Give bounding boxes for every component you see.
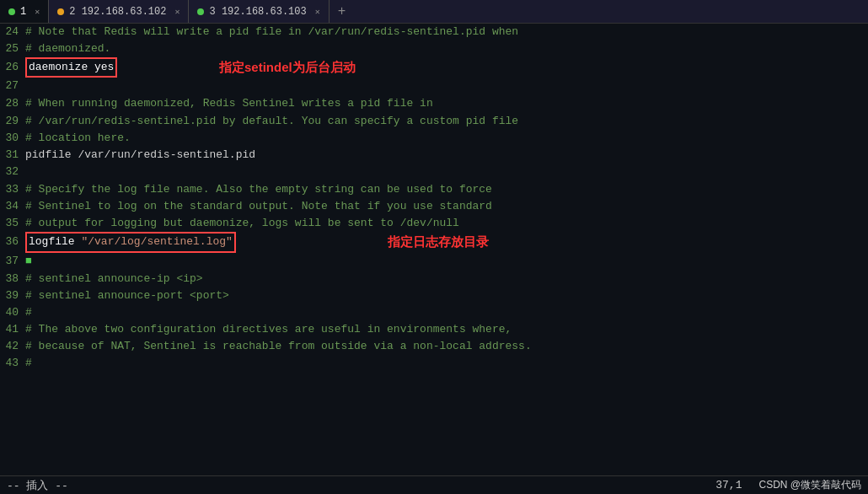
- line-content-28: # When running daemonized, Redis Sentine…: [25, 95, 433, 112]
- line-num-42: 42: [0, 338, 25, 355]
- line-28: 28 # When running daemonized, Redis Sent…: [0, 95, 868, 112]
- line-content-24: # Note that Redis will write a pid file …: [25, 24, 518, 40]
- line-num-40: 40: [0, 304, 25, 321]
- line-34: 34 # Sentinel to log on the standard out…: [0, 198, 868, 215]
- line-content-40: #: [25, 304, 32, 321]
- line-num-35: 35: [0, 215, 25, 232]
- tab-1-label: 1: [20, 6, 26, 18]
- line-27: 27: [0, 78, 868, 95]
- line-num-36: 36: [0, 234, 25, 250]
- line-num-43: 43: [0, 355, 25, 372]
- status-bar: -- 插入 -- 37,1 CSDN @微笑着敲代码: [0, 475, 868, 494]
- tab-2-dot: [57, 8, 64, 15]
- line-30: 30 # location here.: [0, 130, 868, 147]
- line-num-29: 29: [0, 113, 25, 130]
- line-26: 26 daemonize yes 指定setindel为后台启动: [0, 57, 868, 78]
- highlight-logfile: logfile "/var/log/sentinel.log": [25, 232, 236, 252]
- line-24: 24 # Note that Redis will write a pid fi…: [0, 24, 868, 40]
- line-content-34: # Sentinel to log on the standard output…: [25, 198, 492, 215]
- highlight-daemonize: daemonize yes: [25, 57, 117, 78]
- line-num-37: 37: [0, 253, 25, 270]
- line-35: 35 # output for logging but daemonize, l…: [0, 215, 868, 232]
- line-content-27: [25, 78, 32, 94]
- annotation-line36: 指定日志存放目录: [388, 232, 489, 251]
- line-content-26: daemonize yes: [25, 57, 117, 78]
- line-33: 33 # Specify the log file name. Also the…: [0, 181, 868, 198]
- line-num-31: 31: [0, 147, 25, 164]
- tab-3-label: 3 192.168.63.103: [209, 6, 306, 18]
- line-num-34: 34: [0, 198, 25, 215]
- status-brand: CSDN @微笑着敲代码: [758, 478, 861, 492]
- line-41: 41 # The above two configuration directi…: [0, 321, 868, 338]
- line-content-30: # location here.: [25, 130, 131, 147]
- line-29: 29 # /var/run/redis-sentinel.pid by defa…: [0, 113, 868, 130]
- line-content-35: # output for logging but daemonize, logs…: [25, 215, 459, 232]
- line-32: 32: [0, 164, 868, 181]
- line-num-25: 25: [0, 40, 25, 57]
- line-content-38: # sentinel announce-ip <ip>: [25, 271, 203, 287]
- line-content-37: ■: [25, 253, 32, 270]
- line-36: 36 logfile "/var/log/sentinel.log" 指定日志存…: [0, 232, 868, 252]
- tab-3[interactable]: 3 192.168.63.103 ✕: [189, 0, 329, 23]
- line-content-42: # because of NAT, Sentinel is reachable …: [25, 338, 532, 355]
- line-num-41: 41: [0, 321, 25, 338]
- line-40: 40 #: [0, 304, 868, 321]
- line-42: 42 # because of NAT, Sentinel is reachab…: [0, 338, 868, 355]
- tab-3-close[interactable]: ✕: [315, 7, 320, 17]
- line-num-33: 33: [0, 181, 25, 198]
- line-43: 43 #: [0, 355, 868, 372]
- line-content-32: [25, 164, 32, 180]
- status-position: 37,1: [715, 479, 742, 491]
- line-num-32: 32: [0, 164, 25, 180]
- line-num-38: 38: [0, 271, 25, 287]
- tab-2-label: 2 192.168.63.102: [69, 6, 166, 18]
- status-right: 37,1 CSDN @微笑着敲代码: [715, 478, 861, 492]
- tab-1[interactable]: 1 ✕: [0, 0, 49, 23]
- tab-1-close[interactable]: ✕: [35, 7, 40, 17]
- line-31: 31 pidfile /var/run/redis-sentinel.pid: [0, 147, 868, 164]
- tab-2[interactable]: 2 192.168.63.102 ✕: [49, 0, 189, 23]
- line-25: 25 # daemonized.: [0, 40, 868, 57]
- tab-bar: 1 ✕ 2 192.168.63.102 ✕ 3 192.168.63.103 …: [0, 0, 868, 24]
- line-content-41: # The above two configuration directives…: [25, 321, 512, 338]
- tab-3-dot: [197, 8, 204, 15]
- line-39: 39 # sentinel announce-port <port>: [0, 287, 868, 304]
- tab-1-dot: [8, 8, 15, 15]
- line-38: 38 # sentinel announce-ip <ip>: [0, 271, 868, 287]
- editor-area: 24 # Note that Redis will write a pid fi…: [0, 24, 868, 475]
- line-num-30: 30: [0, 130, 25, 147]
- status-mode: -- 插入 --: [7, 478, 68, 493]
- line-num-24: 24: [0, 24, 25, 40]
- line-37: 37 ■: [0, 253, 868, 271]
- annotation-line26: 指定setindel为后台启动: [219, 57, 356, 77]
- line-content-43: #: [25, 355, 32, 372]
- tab-2-close[interactable]: ✕: [174, 7, 179, 17]
- line-content-36: logfile "/var/log/sentinel.log": [25, 232, 236, 252]
- line-content-29: # /var/run/redis-sentinel.pid by default…: [25, 113, 518, 130]
- line-num-26: 26: [0, 59, 25, 76]
- line-content-25: # daemonized.: [25, 40, 110, 57]
- line-num-39: 39: [0, 287, 25, 304]
- new-tab-button[interactable]: +: [330, 0, 355, 24]
- line-num-28: 28: [0, 95, 25, 112]
- line-content-39: # sentinel announce-port <port>: [25, 287, 229, 304]
- line-content-31: pidfile /var/run/redis-sentinel.pid: [25, 147, 255, 164]
- line-num-27: 27: [0, 78, 25, 94]
- line-content-33: # Specify the log file name. Also the em…: [25, 181, 492, 198]
